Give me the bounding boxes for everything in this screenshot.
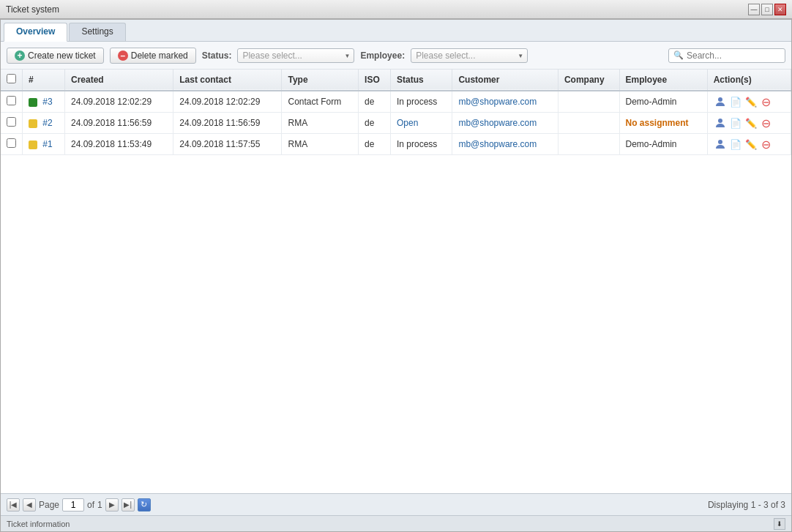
row-created: 24.09.2018 11:53:49 bbox=[64, 134, 173, 155]
action-view-doc[interactable]: 📄 bbox=[729, 138, 742, 151]
row-checkbox[interactable] bbox=[7, 96, 16, 105]
status-select[interactable]: Please select... bbox=[237, 48, 354, 63]
of-label: of bbox=[87, 500, 94, 510]
table-body: #3 24.09.2018 12:02:29 24.09.2018 12:02:… bbox=[1, 91, 791, 155]
create-ticket-button[interactable]: + Create new ticket bbox=[7, 48, 104, 64]
table-container: # Created Last contact Type ISO Status C… bbox=[1, 70, 791, 493]
action-delete[interactable]: ⊖ bbox=[760, 95, 773, 108]
row-checkbox[interactable] bbox=[7, 117, 16, 127]
svg-point-1 bbox=[718, 119, 722, 123]
row-checkbox-cell bbox=[1, 134, 23, 155]
plus-icon: + bbox=[15, 50, 25, 61]
row-customer: mb@shopware.com bbox=[452, 91, 558, 113]
ticket-number[interactable]: #3 bbox=[42, 97, 52, 107]
status-dot bbox=[29, 119, 37, 128]
ticket-number[interactable]: #2 bbox=[42, 118, 52, 128]
employee-select-wrapper: Please select... bbox=[411, 48, 528, 63]
col-employee: Employee bbox=[619, 70, 707, 91]
action-edit[interactable]: ✏️ bbox=[744, 138, 758, 151]
row-created: 24.09.2018 12:02:29 bbox=[64, 91, 173, 113]
row-last-contact: 24.09.2018 12:02:29 bbox=[173, 91, 282, 113]
ticket-number[interactable]: #1 bbox=[42, 139, 52, 149]
row-number: #3 bbox=[23, 91, 65, 113]
last-page-button[interactable]: ▶| bbox=[122, 498, 135, 512]
row-type: RMA bbox=[282, 113, 359, 134]
row-iso: de bbox=[359, 91, 391, 113]
select-all-checkbox[interactable] bbox=[7, 74, 16, 83]
col-actions: Action(s) bbox=[707, 70, 791, 91]
row-checkbox[interactable] bbox=[7, 138, 16, 148]
row-number: #1 bbox=[23, 134, 65, 155]
prev-page-button[interactable]: ◀ bbox=[23, 498, 36, 512]
action-delete[interactable]: ⊖ bbox=[760, 138, 773, 151]
col-created: Created bbox=[64, 70, 173, 91]
row-actions: 📄 ✏️ ⊖ bbox=[707, 113, 791, 134]
table-header: # Created Last contact Type ISO Status C… bbox=[1, 70, 791, 91]
row-actions: 📄 ✏️ ⊖ bbox=[707, 134, 791, 155]
minimize-button[interactable]: — bbox=[748, 4, 760, 15]
row-iso: de bbox=[359, 113, 391, 134]
row-last-contact: 24.09.2018 11:57:55 bbox=[173, 134, 282, 155]
customer-link[interactable]: mb@shopware.com bbox=[458, 97, 537, 107]
col-type: Type bbox=[282, 70, 359, 91]
action-view-doc[interactable]: 📄 bbox=[729, 116, 742, 130]
tab-overview[interactable]: Overview bbox=[4, 23, 67, 42]
status-label: Status: bbox=[202, 50, 232, 61]
action-edit[interactable]: ✏️ bbox=[744, 116, 758, 130]
employee-select[interactable]: Please select... bbox=[411, 48, 528, 63]
tickets-table: # Created Last contact Type ISO Status C… bbox=[1, 70, 791, 155]
col-company: Company bbox=[558, 70, 619, 91]
row-customer: mb@shopware.com bbox=[452, 113, 558, 134]
status-select-wrapper: Please select... bbox=[237, 48, 354, 63]
action-edit[interactable]: ✏️ bbox=[744, 95, 758, 108]
next-page-button[interactable]: ▶ bbox=[105, 498, 119, 512]
total-pages: 1 bbox=[97, 500, 102, 510]
close-button[interactable]: ✕ bbox=[774, 4, 786, 15]
employee-label: Employee: bbox=[360, 50, 405, 61]
table-row: #3 24.09.2018 12:02:29 24.09.2018 12:02:… bbox=[1, 91, 791, 113]
col-status: Status bbox=[391, 70, 452, 91]
row-type: Contact Form bbox=[282, 91, 359, 113]
page-label: Page bbox=[39, 500, 59, 510]
display-info: Displaying 1 - 3 of 3 bbox=[708, 500, 785, 510]
customer-link[interactable]: mb@shopware.com bbox=[458, 139, 537, 149]
action-view-customer[interactable] bbox=[714, 116, 727, 130]
row-status: In process bbox=[391, 91, 452, 113]
status-bar-text: Ticket information bbox=[7, 520, 70, 528]
first-page-button[interactable]: |◀ bbox=[7, 498, 20, 512]
tab-settings[interactable]: Settings bbox=[69, 23, 125, 41]
person-icon bbox=[714, 138, 726, 150]
action-delete[interactable]: ⊖ bbox=[760, 116, 773, 130]
main-window: Overview Settings + Create new ticket – … bbox=[0, 19, 792, 532]
delete-marked-button[interactable]: – Delete marked bbox=[110, 48, 196, 64]
table-row: #1 24.09.2018 11:53:49 24.09.2018 11:57:… bbox=[1, 134, 791, 155]
action-view-doc[interactable]: 📄 bbox=[729, 95, 742, 108]
row-checkbox-cell bbox=[1, 91, 23, 113]
row-company bbox=[558, 134, 619, 155]
col-last-contact: Last contact bbox=[173, 70, 282, 91]
row-type: RMA bbox=[282, 134, 359, 155]
row-created: 24.09.2018 11:56:59 bbox=[64, 113, 173, 134]
row-iso: de bbox=[359, 134, 391, 155]
person-icon bbox=[714, 117, 726, 129]
col-customer: Customer bbox=[452, 70, 558, 91]
person-icon bbox=[714, 96, 726, 108]
row-number: #2 bbox=[23, 113, 65, 134]
title-bar: Ticket system — □ ✕ bbox=[0, 0, 792, 19]
row-status: In process bbox=[391, 134, 452, 155]
svg-point-2 bbox=[718, 140, 722, 144]
search-input[interactable] bbox=[687, 50, 782, 61]
minus-icon: – bbox=[118, 50, 128, 61]
action-view-customer[interactable] bbox=[714, 138, 727, 151]
search-box: 🔍 bbox=[668, 48, 785, 63]
search-icon: 🔍 bbox=[673, 50, 684, 60]
status-bar-expand-icon[interactable]: ⬇ bbox=[774, 518, 785, 530]
row-status: Open bbox=[391, 113, 452, 134]
status-dot bbox=[29, 98, 37, 107]
customer-link[interactable]: mb@shopware.com bbox=[458, 118, 537, 128]
page-input[interactable]: 1 bbox=[62, 498, 84, 512]
refresh-button[interactable]: ↻ bbox=[138, 498, 151, 512]
row-customer: mb@shopware.com bbox=[452, 134, 558, 155]
maximize-button[interactable]: □ bbox=[761, 4, 773, 15]
action-view-customer[interactable] bbox=[714, 95, 727, 108]
